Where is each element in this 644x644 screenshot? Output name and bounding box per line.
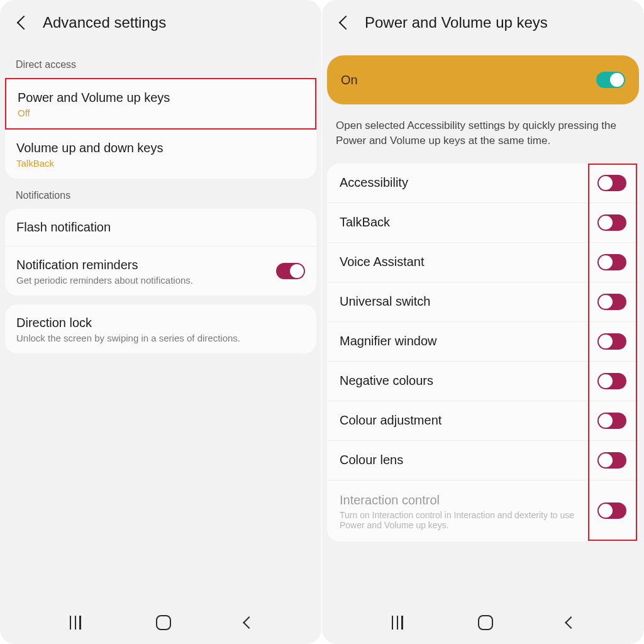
toggle-universal-switch[interactable] [597, 294, 626, 310]
back-icon[interactable] [17, 16, 31, 30]
item-interaction-control: Interaction control Turn on Interaction … [327, 480, 639, 541]
nav-home-icon[interactable] [478, 615, 493, 630]
navigation-bar [322, 601, 644, 644]
item-title: Notification reminders [16, 257, 193, 274]
item-flash-notification[interactable]: Flash notification [5, 209, 316, 247]
item-title: Colour adjustment [340, 413, 441, 428]
card-direct-access: Power and Volume up keys Off Volume up a… [5, 78, 316, 179]
card-notifications: Flash notification Notification reminder… [5, 209, 316, 296]
navigation-bar [0, 601, 321, 644]
toggle-voice-assistant[interactable] [597, 254, 626, 270]
nav-back-icon[interactable] [243, 616, 255, 629]
item-title: Power and Volume up keys [18, 89, 304, 106]
item-subtext: Off [18, 108, 304, 118]
item-title: Volume up and down keys [16, 140, 305, 157]
master-toggle-banner[interactable]: On [327, 55, 639, 104]
item-description: Turn on Interaction control in Interacti… [340, 510, 591, 530]
item-negative-colours[interactable]: Negative colours [327, 362, 639, 401]
item-colour-lens[interactable]: Colour lens [327, 441, 639, 480]
screen-advanced-settings: Advanced settings Direct access Power an… [0, 0, 322, 644]
section-header-direct-access: Direct access [0, 48, 321, 78]
item-notification-reminders[interactable]: Notification reminders Get periodic remi… [5, 247, 316, 296]
item-title: Negative colours [340, 374, 433, 388]
screen-power-volume-up: Power and Volume up keys On Open selecte… [322, 0, 644, 644]
nav-recent-icon[interactable] [392, 616, 403, 630]
back-icon[interactable] [339, 16, 353, 30]
toggle-magnifier-window[interactable] [597, 333, 626, 350]
item-talkback[interactable]: TalkBack [327, 203, 639, 243]
toggle-talkback[interactable] [597, 214, 626, 231]
card-shortcut-options: Accessibility TalkBack Voice Assistant U… [327, 164, 639, 541]
item-description: Get periodic reminders about notificatio… [16, 275, 193, 286]
page-title: Power and Volume up keys [365, 14, 548, 31]
item-title: Direction lock [16, 314, 305, 331]
section-header-notifications: Notifications [0, 179, 321, 209]
item-title: Accessibility [340, 175, 408, 190]
item-title: Magnifier window [340, 334, 437, 348]
nav-home-icon[interactable] [156, 615, 171, 630]
toggle-colour-lens[interactable] [597, 452, 626, 469]
item-title: Colour lens [340, 453, 403, 467]
toggle-accessibility[interactable] [597, 175, 626, 191]
item-title: Interaction control [340, 492, 591, 509]
item-accessibility[interactable]: Accessibility [327, 164, 639, 203]
item-title: TalkBack [340, 215, 390, 230]
item-colour-adjustment[interactable]: Colour adjustment [327, 401, 639, 441]
nav-recent-icon[interactable] [70, 616, 81, 630]
item-universal-switch[interactable]: Universal switch [327, 282, 639, 322]
card-direction-lock: Direction lock Unlock the screen by swip… [5, 304, 316, 353]
item-title: Voice Assistant [340, 255, 425, 269]
item-volume-up-down[interactable]: Volume up and down keys TalkBack [5, 130, 316, 179]
item-description: Unlock the screen by swiping in a series… [16, 333, 305, 343]
toggle-interaction-control[interactable] [597, 502, 626, 519]
toggle-master[interactable] [596, 72, 625, 88]
nav-back-icon[interactable] [565, 616, 577, 629]
toggle-negative-colours[interactable] [597, 373, 626, 389]
header: Power and Volume up keys [322, 0, 644, 48]
banner-label: On [341, 73, 358, 87]
item-direction-lock[interactable]: Direction lock Unlock the screen by swip… [5, 304, 316, 353]
item-magnifier-window[interactable]: Magnifier window [327, 322, 639, 362]
header: Advanced settings [0, 0, 321, 48]
item-voice-assistant[interactable]: Voice Assistant [327, 243, 639, 282]
item-title: Universal switch [340, 294, 430, 309]
item-subtext: TalkBack [16, 158, 305, 169]
description-text: Open selected Accessibility settings by … [322, 104, 644, 164]
item-power-volume-up[interactable]: Power and Volume up keys Off [5, 78, 316, 130]
toggle-notification-reminders[interactable] [276, 263, 305, 279]
page-title: Advanced settings [43, 14, 166, 31]
item-title: Flash notification [16, 219, 305, 236]
toggle-colour-adjustment[interactable] [597, 413, 626, 429]
